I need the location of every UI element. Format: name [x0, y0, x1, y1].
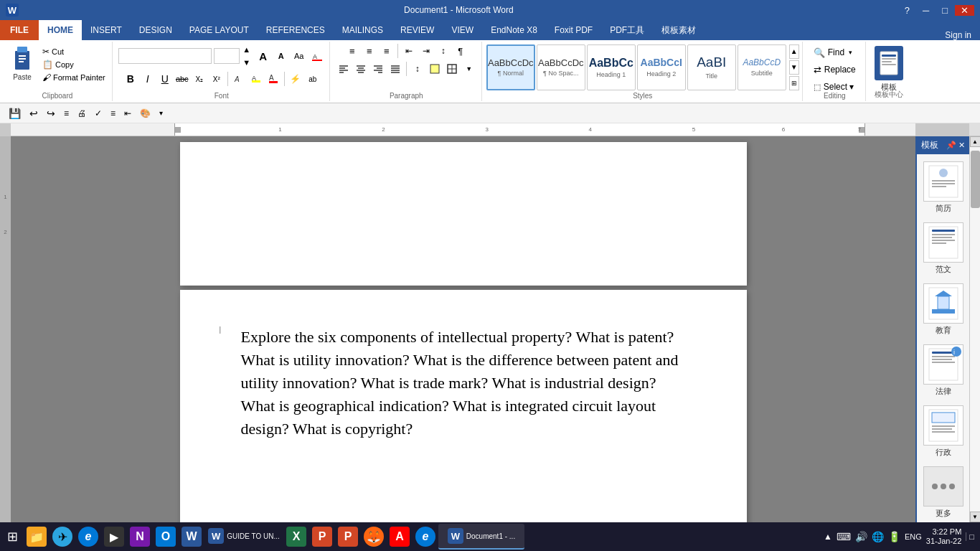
taskbar-app-word[interactable]: W: [179, 524, 204, 550]
tab-foxit[interactable]: Foxit PDF: [546, 20, 601, 40]
clock-display[interactable]: 3:22 PM 31-Jan-22: [926, 527, 962, 546]
styles-more-btn[interactable]: ⊞: [789, 76, 799, 90]
superscript-btn[interactable]: X²: [209, 71, 225, 87]
help-btn[interactable]: ?: [899, 5, 915, 16]
replace-button[interactable]: ⇄ Replace: [809, 62, 861, 77]
speaker-icon[interactable]: 🔊: [855, 531, 867, 542]
template-close-btn[interactable]: ✕: [958, 141, 965, 150]
scroll-down-btn[interactable]: ▼: [970, 512, 981, 522]
undo-qa-btn[interactable]: ↩: [27, 106, 41, 121]
indent-qa-btn[interactable]: ⇤: [121, 107, 134, 120]
template-item-admin[interactable]: 行政: [920, 402, 966, 461]
tab-mailings[interactable]: MAILINGS: [334, 20, 392, 40]
spellcheck-qa-btn[interactable]: ✓: [92, 107, 105, 120]
text-effect-btn[interactable]: A: [231, 71, 247, 87]
qa-expand-btn[interactable]: ▾: [156, 108, 166, 118]
template-item-more[interactable]: 更多: [920, 463, 966, 522]
taskbar-app-edge[interactable]: e: [75, 524, 101, 550]
font-size-up-btn[interactable]: ▲: [240, 43, 253, 56]
tab-home[interactable]: HOME: [39, 20, 82, 40]
tab-pdf-tools[interactable]: PDF工具: [601, 20, 653, 40]
bold-btn[interactable]: B: [123, 71, 138, 87]
grow-font-btn[interactable]: A: [255, 48, 271, 64]
scroll-up-btn[interactable]: ▲: [970, 136, 981, 147]
styles-down-btn[interactable]: ▼: [789, 60, 799, 75]
phonetic-btn[interactable]: ab: [305, 71, 321, 87]
tab-view[interactable]: VIEW: [443, 20, 482, 40]
template-item-fanwen[interactable]: 范文: [920, 220, 966, 278]
tab-design[interactable]: DESIGN: [131, 20, 181, 40]
style-no-space[interactable]: AaBbCcDc ¶ No Spac...: [537, 44, 585, 90]
taskbar-guide-word[interactable]: W GUIDE TO UN...: [204, 524, 283, 550]
template-item-law[interactable]: i 法律: [920, 342, 966, 400]
align-left-btn[interactable]: [336, 61, 352, 77]
style-heading1[interactable]: AaBbCc Heading 1: [587, 44, 636, 90]
font-size-input[interactable]: 22: [214, 48, 240, 64]
para-expand-btn[interactable]: ▼: [461, 61, 477, 77]
taskbar-app-edge2[interactable]: e: [413, 524, 438, 550]
taskbar-app-explorer[interactable]: 📁: [24, 524, 50, 550]
styles-up-btn[interactable]: ▲: [789, 44, 799, 59]
network-icon[interactable]: 🌐: [872, 531, 884, 542]
find-button[interactable]: 🔍 Find ▾: [809, 44, 861, 60]
paste-button[interactable]: Paste: [7, 43, 37, 83]
tab-page-layout[interactable]: PAGE LAYOUT: [181, 20, 258, 40]
page-color-qa-btn[interactable]: 🎨: [137, 107, 154, 120]
tab-insert[interactable]: INSERT: [82, 20, 131, 40]
taskbar-app-media[interactable]: ▶: [101, 524, 127, 550]
keyboard-icon[interactable]: ⌨: [837, 531, 851, 542]
template-pin-btn[interactable]: 📌: [946, 141, 956, 150]
scroll-thumb[interactable]: [971, 151, 980, 208]
document-area[interactable]: | Explore the six components of intellec…: [11, 136, 915, 522]
battery-icon[interactable]: 🔋: [888, 531, 900, 542]
show-desktop-btn[interactable]: □: [966, 532, 974, 541]
taskbar-up-arrow-icon[interactable]: ▲: [824, 532, 832, 542]
style-subtitle[interactable]: AaBbCcD Subtitle: [738, 44, 786, 90]
font-name-input[interactable]: Times New Ro: [118, 48, 212, 64]
subscript-btn[interactable]: X₂: [192, 71, 207, 87]
bullets-qa-btn[interactable]: ≡: [61, 107, 72, 120]
template-item-resume[interactable]: 简历: [920, 159, 966, 217]
copy-button[interactable]: 📋 Copy: [40, 59, 108, 70]
numbering-btn[interactable]: ≡: [362, 43, 377, 59]
taskbar-app-onenote[interactable]: N: [127, 524, 153, 550]
show-hide-btn[interactable]: ¶: [453, 43, 468, 59]
taskbar-active-document[interactable]: W Document1 - ...: [438, 524, 524, 550]
format-painter-button[interactable]: 🖌 Format Painter: [40, 72, 108, 83]
tab-templates[interactable]: 模板素材: [653, 20, 705, 40]
change-case-btn[interactable]: Aa: [291, 48, 307, 64]
vertical-scrollbar[interactable]: ▲ ▼: [969, 136, 980, 522]
redo-qa-btn[interactable]: ↪: [44, 106, 58, 121]
document-content[interactable]: Explore the six components of intellectu…: [241, 326, 686, 440]
taskbar-app-outlook[interactable]: O: [153, 524, 179, 550]
strikethrough-btn[interactable]: abc: [174, 71, 190, 87]
clear-format-btn[interactable]: A: [309, 48, 325, 64]
system-tray-input[interactable]: ENG: [905, 532, 922, 542]
line-spacing-btn[interactable]: ↕: [410, 61, 425, 77]
highlight-btn[interactable]: A: [248, 71, 264, 87]
taskbar-app-excel[interactable]: X: [283, 524, 309, 550]
increase-indent-btn[interactable]: ⇥: [418, 43, 434, 59]
format-qa-btn[interactable]: ≡: [108, 107, 118, 120]
font-color-btn[interactable]: A: [265, 71, 281, 87]
taskbar-app-firefox[interactable]: 🦊: [361, 524, 387, 550]
italic-btn[interactable]: I: [140, 71, 156, 87]
decrease-indent-btn[interactable]: ⇤: [401, 43, 417, 59]
font-size-down-btn[interactable]: ▼: [240, 56, 253, 69]
close-btn[interactable]: ✕: [955, 5, 974, 16]
taskbar-app-ppt1[interactable]: P: [309, 524, 335, 550]
shrink-font-btn[interactable]: A: [273, 48, 289, 64]
start-button[interactable]: ⊞: [1, 524, 24, 550]
save-qa-btn[interactable]: 💾: [6, 106, 24, 121]
underline-btn[interactable]: U: [157, 71, 173, 87]
tab-review[interactable]: REVIEW: [392, 20, 443, 40]
minimize-btn[interactable]: ─: [917, 5, 935, 16]
sign-in-btn[interactable]: Sign in: [945, 30, 980, 40]
multilevel-btn[interactable]: ≡: [379, 43, 395, 59]
tab-endnote[interactable]: EndNote X8: [482, 20, 546, 40]
tab-references[interactable]: REFERENCES: [258, 20, 334, 40]
scroll-track[interactable]: [970, 147, 981, 512]
template-item-education[interactable]: 教育: [920, 281, 966, 339]
print-preview-qa-btn[interactable]: 🖨: [75, 107, 89, 120]
cut-button[interactable]: ✂ Cut: [40, 46, 108, 57]
